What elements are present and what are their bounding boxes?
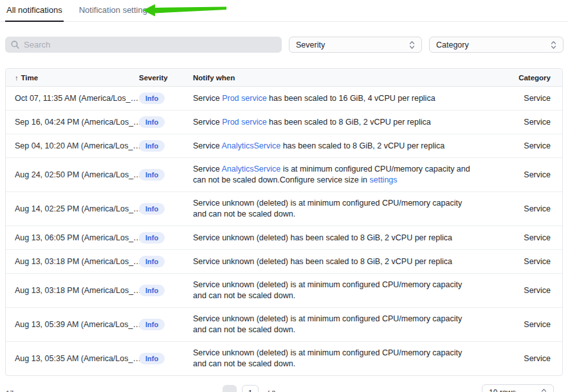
- notify-text: Service unknown (deleted) has been scale…: [193, 257, 452, 266]
- cell-severity: Info: [139, 279, 193, 302]
- chevron-updown-icon: [551, 40, 556, 49]
- notify-text: Service unknown (deleted) has been scale…: [193, 233, 452, 242]
- severity-badge: Info: [139, 232, 165, 244]
- page-number-input[interactable]: [242, 385, 259, 392]
- severity-badge: Info: [139, 169, 165, 181]
- cell-severity: Info: [139, 111, 193, 134]
- tab-bar: All notifications Notification settings: [0, 0, 568, 22]
- notify-text: has been scaled to 16 GiB, 4 vCPU per re…: [267, 94, 435, 103]
- sort-asc-icon: ↑: [15, 74, 19, 82]
- row-count: 17 rows: [6, 389, 31, 392]
- page-of-label: of 2: [264, 389, 275, 392]
- cell-notify: Service unknown (deleted) has been scale…: [193, 227, 493, 249]
- notify-text: has been scaled to 8 GiB, 2 vCPU per rep…: [280, 141, 444, 150]
- search-icon: [11, 40, 19, 49]
- notify-text: Service: [193, 94, 222, 103]
- severity-filter-select[interactable]: Severity: [289, 37, 422, 53]
- cell-time: Aug 24, 02:50 PM (America/Los_…: [15, 164, 139, 186]
- notify-text: Service: [193, 118, 222, 127]
- table-row: Aug 13, 03:18 PM (America/Los_… Info Ser…: [6, 249, 562, 273]
- page-size-value: 10 rows: [489, 388, 516, 392]
- table-header-row: ↑ Time Severity Notify when Category: [6, 69, 562, 87]
- severity-badge: Info: [139, 319, 165, 330]
- cell-severity: Info: [139, 313, 193, 336]
- cell-notify: Service unknown (deleted) has been scale…: [193, 251, 493, 273]
- cell-notify: Service unknown (deleted) is at minimum …: [193, 274, 493, 307]
- table-row: Aug 24, 02:50 PM (America/Los_… Info Ser…: [6, 157, 562, 192]
- cell-time: Aug 14, 02:25 PM (America/Los_…: [15, 198, 139, 220]
- table-row: Aug 13, 05:39 AM (America/Los_… Info Ser…: [6, 307, 562, 341]
- severity-badge: Info: [139, 353, 165, 364]
- cell-severity: Info: [139, 347, 193, 370]
- cell-time: Aug 13, 06:05 PM (America/Los_…: [15, 227, 139, 249]
- table-row: Aug 13, 06:05 PM (America/Los_… Info Ser…: [6, 226, 562, 249]
- cell-severity: Info: [139, 134, 193, 157]
- severity-badge: Info: [139, 203, 165, 215]
- cell-time: Aug 13, 03:18 PM (America/Los_…: [15, 251, 139, 273]
- notify-link[interactable]: settings: [369, 175, 397, 184]
- notify-link[interactable]: Prod service: [222, 94, 266, 103]
- category-filter-select[interactable]: Category: [429, 37, 563, 53]
- pagination: ‹ of 2 ›: [223, 384, 289, 392]
- severity-badge: Info: [139, 140, 165, 152]
- column-header-category: Category: [493, 74, 551, 82]
- cell-time: Aug 13, 03:18 PM (America/Los_…: [15, 280, 139, 302]
- cell-notify: Service AnalyticsService is at minimum c…: [193, 158, 493, 192]
- annotation-arrow-icon: [135, 2, 232, 21]
- notify-link[interactable]: Prod service: [222, 118, 266, 127]
- column-header-time[interactable]: ↑ Time: [15, 74, 139, 82]
- next-page-button[interactable]: ›: [280, 388, 288, 392]
- severity-filter-label: Severity: [296, 40, 325, 49]
- notify-link[interactable]: AnalyticsService: [221, 141, 280, 150]
- notify-text: Service unknown (deleted) is at minimum …: [193, 314, 462, 334]
- cell-category: Service: [493, 111, 551, 134]
- severity-badge: Info: [139, 256, 165, 267]
- cell-time: Aug 13, 05:39 AM (America/Los_…: [15, 314, 139, 336]
- cell-category: Service: [493, 198, 551, 220]
- chevron-updown-icon: [541, 388, 547, 392]
- cell-severity: Info: [139, 226, 193, 249]
- table-row: Sep 16, 04:24 PM (America/Los_… Info Ser…: [6, 110, 562, 134]
- cell-category: Service: [493, 164, 551, 186]
- severity-badge: Info: [139, 93, 165, 104]
- cell-time: Sep 04, 10:20 AM (America/Los_…: [15, 135, 139, 157]
- cell-severity: Info: [139, 197, 193, 220]
- page-size-select[interactable]: 10 rows: [482, 384, 554, 392]
- notifications-table: ↑ Time Severity Notify when Category Oct…: [5, 68, 563, 376]
- table-row: Aug 13, 03:18 PM (America/Los_… Info Ser…: [6, 273, 562, 307]
- severity-badge: Info: [139, 285, 165, 296]
- tab-all-notifications[interactable]: All notifications: [5, 0, 64, 22]
- notify-text: Service: [193, 165, 221, 174]
- cell-notify: Service unknown (deleted) is at minimum …: [193, 308, 493, 341]
- cell-severity: Info: [139, 163, 193, 186]
- cell-notify: Service Prod service has been scaled to …: [193, 111, 493, 134]
- table-row: Oct 07, 11:35 AM (America/Los_… Info Ser…: [6, 87, 562, 110]
- chevron-updown-icon: [409, 40, 415, 49]
- cell-category: Service: [493, 135, 551, 157]
- column-header-severity: Severity: [139, 74, 193, 82]
- severity-badge: Info: [139, 116, 165, 128]
- cell-severity: Info: [139, 250, 193, 273]
- table-footer: 17 rows ‹ of 2 › 10 rows: [0, 384, 568, 392]
- cell-notify: Service Prod service has been scaled to …: [193, 87, 493, 110]
- prev-page-button[interactable]: ‹: [223, 385, 237, 392]
- cell-notify: Service unknown (deleted) is at minimum …: [193, 342, 493, 375]
- table-row: Aug 14, 02:25 PM (America/Los_… Info Ser…: [6, 192, 562, 226]
- cell-notify: Service AnalyticsService has been scaled…: [193, 135, 493, 157]
- cell-category: Service: [493, 227, 551, 249]
- notify-text: Service unknown (deleted) is at minimum …: [193, 199, 462, 218]
- cell-category: Service: [493, 251, 551, 273]
- search-box[interactable]: [5, 37, 282, 53]
- column-header-time-label: Time: [21, 74, 39, 82]
- notify-text: Service unknown (deleted) is at minimum …: [193, 348, 462, 368]
- notify-text: Service: [193, 141, 221, 150]
- table-row: Sep 04, 10:20 AM (America/Los_… Info Ser…: [6, 134, 562, 157]
- cell-category: Service: [493, 87, 551, 110]
- cell-severity: Info: [139, 87, 193, 110]
- notify-text: has been scaled to 8 GiB, 2 vCPU per rep…: [267, 118, 431, 127]
- search-input[interactable]: [24, 40, 276, 49]
- cell-time: Aug 13, 05:35 AM (America/Los_…: [15, 348, 139, 370]
- cell-time: Oct 07, 11:35 AM (America/Los_…: [15, 87, 139, 110]
- table-body: Oct 07, 11:35 AM (America/Los_… Info Ser…: [6, 87, 562, 375]
- notify-link[interactable]: AnalyticsService: [221, 165, 280, 174]
